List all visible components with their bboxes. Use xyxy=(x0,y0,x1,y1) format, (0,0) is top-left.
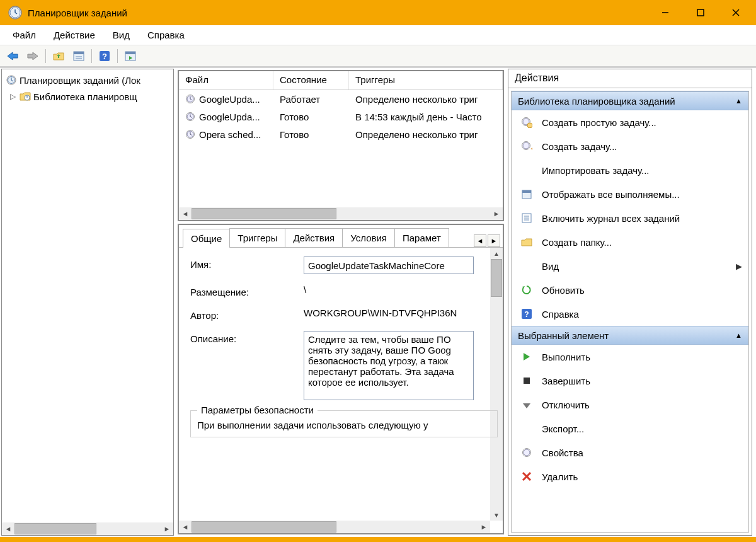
task-row[interactable]: GoogleUpda... Работает Определено нескол… xyxy=(179,90,503,108)
folder-clock-icon xyxy=(20,91,31,102)
calendar-icon xyxy=(520,188,533,200)
menu-view[interactable]: Вид xyxy=(104,27,139,43)
help-icon: ? xyxy=(520,308,533,320)
th-state[interactable]: Состояние xyxy=(273,71,349,89)
action-delete[interactable]: Удалить xyxy=(512,464,748,488)
location-label: Размещение: xyxy=(190,284,304,297)
tab-actions[interactable]: Действия xyxy=(285,228,343,247)
svg-rect-54 xyxy=(524,378,530,384)
th-file[interactable]: Файл xyxy=(179,71,273,89)
action-properties[interactable]: Свойства xyxy=(512,441,748,464)
clock-icon xyxy=(6,74,17,86)
action-import-task[interactable]: Импортировать задачу... xyxy=(512,158,748,182)
th-triggers[interactable]: Триггеры xyxy=(349,71,503,89)
action-enable-history[interactable]: Включить журнал всех заданий xyxy=(512,206,748,230)
properties-icon xyxy=(520,446,533,459)
action-create-task[interactable]: ✦Создать задачу... xyxy=(512,134,748,158)
svg-marker-55 xyxy=(523,403,530,408)
clock-new-icon xyxy=(520,116,533,129)
tab-general[interactable]: Общие xyxy=(183,229,230,248)
name-label: Имя: xyxy=(190,257,304,270)
play-icon xyxy=(520,350,533,363)
footer-bar xyxy=(0,537,756,542)
clock-icon xyxy=(185,94,195,104)
chevron-right-icon: ▶ xyxy=(736,262,742,271)
svg-marker-8 xyxy=(8,52,18,60)
menu-action[interactable]: Действие xyxy=(45,27,104,43)
tab-triggers[interactable]: Триггеры xyxy=(229,228,285,247)
description-label: Описание: xyxy=(190,331,304,344)
log-icon xyxy=(520,212,533,224)
back-button[interactable] xyxy=(4,48,21,64)
tab-nav-left[interactable]: ◄ xyxy=(474,234,486,247)
action-refresh[interactable]: Обновить xyxy=(512,278,748,302)
tab-params[interactable]: Парамет xyxy=(394,228,449,247)
action-create-basic-task[interactable]: Создать простую задачу... xyxy=(512,110,748,134)
task-header: Файл Состояние Триггеры xyxy=(179,71,503,90)
maximize-button[interactable] xyxy=(683,0,718,25)
action-export[interactable]: Экспорт... xyxy=(512,417,748,441)
svg-point-57 xyxy=(524,449,530,456)
tree-root[interactable]: Планировщик заданий (Лок xyxy=(3,72,172,88)
minimize-button[interactable] xyxy=(648,0,683,25)
action-help[interactable]: ?Справка xyxy=(512,302,748,326)
svg-rect-5 xyxy=(697,9,704,16)
folder-icon xyxy=(520,236,533,248)
menubar: Файл Действие Вид Справка xyxy=(0,25,756,45)
properties-button[interactable] xyxy=(70,48,88,64)
author-label: Автор: xyxy=(190,308,304,321)
run-button[interactable] xyxy=(122,48,139,64)
svg-rect-12 xyxy=(74,52,84,54)
tab-bar: Общие Триггеры Действия Условия Парамет … xyxy=(179,225,503,248)
refresh-icon xyxy=(520,284,533,296)
action-new-folder[interactable]: Создать папку... xyxy=(512,230,748,254)
action-view[interactable]: Вид▶ xyxy=(512,254,748,278)
tasklist-hscrollbar[interactable]: ◄ ► xyxy=(179,207,503,220)
action-end[interactable]: Завершить xyxy=(512,369,748,393)
security-groupbox: Параметры безопасности При выполнении за… xyxy=(190,410,498,437)
clock-icon xyxy=(185,112,195,122)
task-row[interactable]: GoogleUpda... Готово В 14:53 каждый день… xyxy=(179,108,503,125)
tree-hscrollbar[interactable]: ◄ ► xyxy=(2,522,173,535)
actions-section-selected[interactable]: Выбранный элемент▲ xyxy=(512,326,748,345)
svg-rect-45 xyxy=(522,190,531,193)
security-text: При выполнении задачи использовать следу… xyxy=(197,420,491,430)
svg-rect-18 xyxy=(125,52,135,54)
menu-help[interactable]: Справка xyxy=(139,27,193,43)
folder-up-button[interactable] xyxy=(50,48,67,64)
svg-point-42 xyxy=(523,142,529,149)
action-disable[interactable]: Отключить xyxy=(512,393,748,417)
help-button[interactable]: ? xyxy=(96,48,113,64)
window-title: Планировщик заданий xyxy=(28,8,127,18)
tab-nav-right[interactable]: ► xyxy=(488,234,500,247)
svg-marker-53 xyxy=(524,353,530,360)
svg-text:?: ? xyxy=(524,310,529,319)
author-value: WORKGROUP\WIN-DTVFQHPI36N xyxy=(304,308,498,318)
tab-conditions[interactable]: Условия xyxy=(342,228,395,247)
expand-icon[interactable]: ▷ xyxy=(8,92,17,101)
location-value: \ xyxy=(304,284,498,295)
name-field[interactable] xyxy=(304,257,474,274)
forward-button[interactable] xyxy=(24,48,42,64)
security-legend: Параметры безопасности xyxy=(197,405,318,415)
action-show-running[interactable]: Отображать все выполняемы... xyxy=(512,182,748,206)
svg-point-40 xyxy=(527,123,532,128)
clock-icon xyxy=(185,129,195,139)
actions-panel: Действия Библиотека планировщика заданий… xyxy=(508,69,752,536)
actions-section-library[interactable]: Библиотека планировщика заданий▲ xyxy=(512,91,748,110)
delete-icon xyxy=(520,470,533,483)
clock-plus-icon: ✦ xyxy=(520,140,533,153)
svg-marker-9 xyxy=(28,52,38,60)
detail-hscrollbar[interactable]: ◄ ► xyxy=(179,521,490,533)
menu-file[interactable]: Файл xyxy=(4,27,45,43)
task-row[interactable]: Opera sched... Готово Определено несколь… xyxy=(179,125,503,143)
tree-library[interactable]: ▷ Библиотека планировщ xyxy=(3,88,172,105)
description-field[interactable] xyxy=(304,331,474,400)
titlebar: Планировщик заданий xyxy=(0,0,756,25)
blank-icon xyxy=(520,164,533,176)
stop-icon xyxy=(520,374,533,387)
action-run[interactable]: Выполнить xyxy=(512,345,748,369)
tree-panel: Планировщик заданий (Лок ▷ Библиотека пл… xyxy=(1,69,174,536)
close-button[interactable] xyxy=(718,0,753,25)
app-icon xyxy=(8,5,23,20)
